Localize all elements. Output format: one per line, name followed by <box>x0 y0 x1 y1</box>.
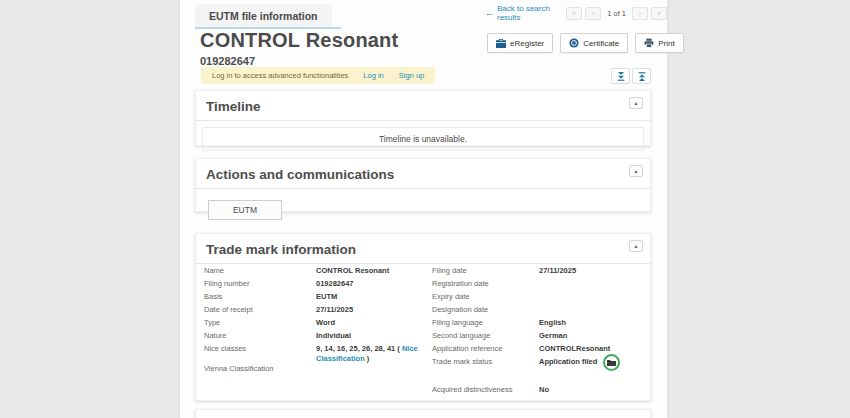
actions-communications-collapse-button[interactable]: ▴ <box>629 165 643 177</box>
next-section-sliver <box>195 409 651 418</box>
back-link-label: Back to search results <box>497 4 556 22</box>
field-row-vienna-classification: Vienna Classification <box>204 364 426 377</box>
certificate-label: Certificate <box>583 39 619 48</box>
field-row-acquired-distinctiveness: Acquired distinctiveness No <box>432 385 648 398</box>
field-row-designation-date: Designation date <box>432 305 648 318</box>
page: EUTM file information ← Back to search r… <box>0 0 850 418</box>
timeline-collapse-button[interactable]: ▴ <box>629 97 643 109</box>
back-arrow-icon: ← <box>485 8 494 18</box>
title-block: CONTROL Resonant 019282647 <box>200 29 398 67</box>
login-notice-bar: Log in to access advanced functionalitie… <box>201 67 435 84</box>
pagination-next-button[interactable]: › <box>632 7 648 20</box>
collapse-all-button[interactable] <box>632 68 651 84</box>
signup-link[interactable]: Sign up <box>399 71 424 80</box>
eregister-label: eRegister <box>510 39 544 48</box>
pagination-first-button[interactable]: « <box>566 7 582 20</box>
field-row-name: Name CONTROL Resonant <box>204 266 426 279</box>
pagination-status: 1 of 1 <box>607 9 626 18</box>
eutm-tab-button[interactable]: EUTM <box>208 200 282 220</box>
timeline-unavailable-message: Timeline is unavailable. <box>202 127 644 151</box>
header-utility: ← Back to search results « ‹ 1 of 1 › » <box>485 4 667 22</box>
print-label: Print <box>658 39 674 48</box>
trademark-information-title: Trade mark information <box>206 242 356 257</box>
timeline-title: Timeline <box>206 99 261 114</box>
back-to-search-results-link[interactable]: ← Back to search results <box>485 4 556 22</box>
application-filed-folder-icon <box>603 354 620 371</box>
actions-communications-body: EUTM <box>196 189 650 230</box>
pagination: « ‹ 1 of 1 › » <box>566 7 667 20</box>
application-number: 019282647 <box>200 55 398 67</box>
field-row-trademark-status: Trade mark status Application filed <box>432 357 648 370</box>
field-row-filing-number: Filing number 019282647 <box>204 279 426 292</box>
trademark-information-section: Trade mark information ▴ Name CONTROL Re… <box>195 233 651 401</box>
expand-collapse-controls <box>611 68 651 84</box>
field-row-nature: Nature Individual <box>204 331 426 344</box>
trademark-fields-left-column: Name CONTROL Resonant Filing number 0192… <box>204 266 426 377</box>
tab-strip: EUTM file information <box>195 4 341 29</box>
field-row-expiry-date: Expiry date <box>432 292 648 305</box>
document-actions: eRegister Certificate Print <box>487 33 684 53</box>
printer-icon <box>644 38 654 48</box>
trademark-information-header: Trade mark information ▴ <box>196 234 650 264</box>
trademark-name-title: CONTROL Resonant <box>200 29 398 52</box>
actions-communications-header: Actions and communications ▴ <box>196 159 650 189</box>
collapse-all-icon <box>638 67 646 85</box>
content-column: EUTM file information ← Back to search r… <box>180 0 667 418</box>
field-row-filing-language: Filing language English <box>432 318 648 331</box>
timeline-section: Timeline ▴ Timeline is unavailable. <box>195 90 651 146</box>
field-row-nice-classes: Nice classes 9, 14, 16, 25, 26, 28, 41 (… <box>204 344 426 364</box>
login-notice-message: Log in to access advanced functionalitie… <box>212 71 348 80</box>
eregister-button[interactable]: eRegister <box>487 33 553 53</box>
login-link[interactable]: Log in <box>363 71 383 80</box>
field-row-basis: Basis EUTM <box>204 292 426 305</box>
field-row-second-language: Second language German <box>432 331 648 344</box>
pagination-prev-button[interactable]: ‹ <box>585 7 601 20</box>
tab-eutm-file-information[interactable]: EUTM file information <box>195 4 332 27</box>
expand-all-icon <box>617 67 625 85</box>
field-row-date-of-receipt: Date of receipt 27/11/2025 <box>204 305 426 318</box>
field-row-filing-date: Filing date 27/11/2025 <box>432 266 648 279</box>
certificate-seal-icon <box>569 38 579 48</box>
timeline-header: Timeline ▴ <box>196 91 650 121</box>
pagination-last-button[interactable]: » <box>651 7 667 20</box>
eregister-briefcase-icon <box>496 39 506 48</box>
trademark-fields-right-column: Filing date 27/11/2025 Registration date… <box>432 266 648 398</box>
trademark-information-collapse-button[interactable]: ▴ <box>629 240 643 252</box>
print-button[interactable]: Print <box>635 33 683 53</box>
field-row-registration-date: Registration date <box>432 279 648 292</box>
field-row-type: Type Word <box>204 318 426 331</box>
actions-communications-section: Actions and communications ▴ EUTM <box>195 158 651 212</box>
actions-communications-title: Actions and communications <box>206 167 394 182</box>
certificate-button[interactable]: Certificate <box>560 33 628 53</box>
expand-all-button[interactable] <box>611 68 630 84</box>
